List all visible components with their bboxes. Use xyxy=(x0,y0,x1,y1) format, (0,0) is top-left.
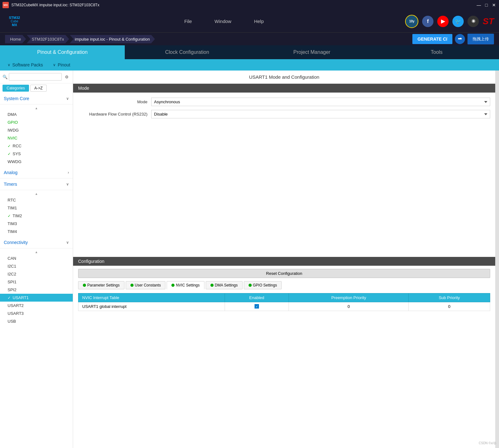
title-bar-controls: — □ ✕ xyxy=(476,3,496,8)
nvic-row-sub: 0 xyxy=(409,302,490,311)
sidebar-item-usart1[interactable]: ✓ USART1 xyxy=(0,294,73,302)
sidebar-item-tim3[interactable]: TIM3 xyxy=(0,220,73,228)
timers-items: ▲ RTC TIM1 ✓ TIM2 TIM3 TIM4 xyxy=(0,190,73,237)
nvic-col-sub: Sub Priority xyxy=(409,293,490,302)
sidebar-item-iwdg[interactable]: IWDG xyxy=(0,126,73,134)
sidebar-item-spi1[interactable]: SPI1 xyxy=(0,278,73,286)
breadcrumb-device[interactable]: STM32F103C8Tx xyxy=(27,35,69,43)
search-icon: 🔍 xyxy=(3,75,8,79)
config-tab-gpio[interactable]: GPIO Settings xyxy=(244,281,282,289)
sidebar-item-usart2[interactable]: USART2 xyxy=(0,302,73,309)
subtab-pinout[interactable]: ∨ Pinout xyxy=(53,62,70,67)
tab-pinout[interactable]: Pinout & Configuration xyxy=(0,45,125,59)
anniversary-icon: 10y xyxy=(405,15,418,28)
section-system-core: System Core ∨ ▲ DMA GPIO IWDG NVIC ✓ RCC… xyxy=(0,93,73,167)
window-menu[interactable]: Window xyxy=(211,16,235,26)
bottom-spacer xyxy=(73,315,495,448)
chevron-down-icon-timers: ∨ xyxy=(66,182,69,186)
sidebar-item-tim1[interactable]: TIM1 xyxy=(0,204,73,212)
sidebar-item-rcc[interactable]: ✓ RCC xyxy=(0,142,73,150)
minimize-button[interactable]: — xyxy=(476,3,481,8)
tab-clock[interactable]: Clock Configuration xyxy=(125,45,250,59)
mode-select[interactable]: Asynchronous Synchronous Disable xyxy=(151,98,490,106)
chevron-right-icon: › xyxy=(68,170,69,175)
sidebar-item-usb[interactable]: USB xyxy=(0,317,73,325)
help-menu[interactable]: Help xyxy=(250,16,267,26)
enabled-checkbox[interactable] xyxy=(255,304,259,309)
settings-icon[interactable]: ⚙ xyxy=(63,73,70,81)
search-input[interactable] xyxy=(9,73,62,81)
sidebar-item-tim4[interactable]: TIM4 xyxy=(0,228,73,235)
config-tab-user-constants[interactable]: User Constants xyxy=(126,281,166,289)
close-button[interactable]: ✕ xyxy=(491,3,496,8)
reset-configuration-button[interactable]: Reset Configuration xyxy=(78,269,490,278)
config-tab-nvic[interactable]: NVIC Settings xyxy=(167,281,204,289)
system-core-items: ▲ DMA GPIO IWDG NVIC ✓ RCC ✓ SYS WWDG xyxy=(0,105,73,167)
mode-content: Mode Asynchronous Synchronous Disable Ha… xyxy=(73,93,495,123)
mode-label: Mode xyxy=(78,99,147,104)
sidebar-item-wwdg[interactable]: WWDG xyxy=(0,158,73,166)
content-area: 🔍 ⚙ Categories A->Z System Core ∨ ▲ DMA … xyxy=(0,71,499,448)
sidebar-item-gpio[interactable]: GPIO xyxy=(0,118,73,126)
tab-tools[interactable]: Tools xyxy=(374,45,499,59)
timers-scroll-up[interactable]: ▲ xyxy=(0,191,73,196)
sidebar-item-dma[interactable]: DMA xyxy=(0,111,73,118)
sub-tabs: ∨ Software Packs ∨ Pinout xyxy=(0,59,499,71)
nvic-row-preemption: 0 xyxy=(289,302,409,311)
logo: STM32 Cube MX xyxy=(5,13,24,30)
sidebar-item-usart3[interactable]: USART3 xyxy=(0,309,73,317)
nvic-interrupt-table: NVIC Interrupt Table Enabled Preemption … xyxy=(78,293,490,311)
dot-user-constants xyxy=(130,284,134,287)
section-connectivity-header[interactable]: Connectivity ∨ xyxy=(0,237,73,248)
panel-title: USART1 Mode and Configuration xyxy=(73,71,495,84)
cloud-icon xyxy=(455,34,465,44)
network-icon[interactable]: ✳ xyxy=(467,16,479,27)
twitter-icon[interactable]: 🐦 xyxy=(452,16,464,27)
section-system-core-header[interactable]: System Core ∨ xyxy=(0,93,73,105)
sidebar-item-spi2[interactable]: SPI2 xyxy=(0,286,73,294)
hwflow-select[interactable]: Disable CTS Only RTS Only CTS/RTS xyxy=(151,110,490,118)
upload-button[interactable]: 拖拽上传 xyxy=(467,34,494,44)
sidebar-item-tim2[interactable]: ✓ TIM2 xyxy=(0,212,73,220)
scrollbar[interactable] xyxy=(495,71,499,448)
sidebar-item-i2c2[interactable]: I2C2 xyxy=(0,270,73,278)
sidebar-item-rtc[interactable]: RTC xyxy=(0,196,73,204)
sidebar-item-can[interactable]: CAN xyxy=(0,254,73,262)
chevron-down-icon-connectivity: ∨ xyxy=(66,240,69,245)
sidebar-item-sys[interactable]: ✓ SYS xyxy=(0,150,73,158)
nvic-row-enabled[interactable] xyxy=(225,302,289,311)
youtube-icon[interactable]: ▶ xyxy=(437,16,449,27)
maximize-button[interactable]: □ xyxy=(484,3,489,8)
tab-project[interactable]: Project Manager xyxy=(250,45,374,59)
title-bar: MX STM32CubeMX impulse input.ioc: STM32F… xyxy=(0,0,499,10)
subtab-softwarepacks[interactable]: ∨ Software Packs xyxy=(8,62,43,67)
breadcrumb-project[interactable]: impulse input.ioc - Pinout & Configurati… xyxy=(70,35,155,43)
st-logo: ST xyxy=(483,16,494,26)
sidebar-item-i2c1[interactable]: I2C1 xyxy=(0,262,73,270)
sidebar-item-nvic[interactable]: NVIC xyxy=(0,134,73,142)
section-connectivity: Connectivity ∨ ▲ CAN I2C1 I2C2 SPI1 SPI2… xyxy=(0,237,73,326)
hwflow-label: Hardware Flow Control (RS232) xyxy=(78,112,147,116)
window-title: STM32CubeMX impulse input.ioc: STM32F103… xyxy=(11,3,476,7)
tab-categories[interactable]: Categories xyxy=(3,85,29,92)
facebook-icon[interactable]: f xyxy=(422,16,433,27)
section-analog: Analog › xyxy=(0,167,73,179)
breadcrumb: Home STM32F103C8Tx impulse input.ioc - P… xyxy=(0,33,499,45)
dot-gpio xyxy=(249,284,252,287)
mode-row: Mode Asynchronous Synchronous Disable xyxy=(78,98,490,106)
tab-az[interactable]: A->Z xyxy=(30,85,47,92)
section-timers-header[interactable]: Timers ∨ xyxy=(0,179,73,190)
nvic-row-name: USART1 global interrupt xyxy=(78,302,225,311)
table-row: USART1 global interrupt 0 0 xyxy=(78,302,490,311)
breadcrumb-home[interactable]: Home xyxy=(5,35,26,43)
config-tabs: Parameter Settings User Constants NVIC S… xyxy=(73,281,495,289)
scroll-up-icon[interactable]: ▲ xyxy=(0,106,73,111)
sidebar: 🔍 ⚙ Categories A->Z System Core ∨ ▲ DMA … xyxy=(0,71,73,448)
connectivity-scroll-up[interactable]: ▲ xyxy=(0,250,73,254)
generate-code-button[interactable]: GENERATE Cï xyxy=(412,34,452,44)
file-menu[interactable]: File xyxy=(181,16,196,26)
config-tab-parameter[interactable]: Parameter Settings xyxy=(78,281,124,289)
app-icon: MX xyxy=(3,2,9,8)
section-analog-header[interactable]: Analog › xyxy=(0,167,73,179)
config-tab-dma[interactable]: DMA Settings xyxy=(206,281,243,289)
